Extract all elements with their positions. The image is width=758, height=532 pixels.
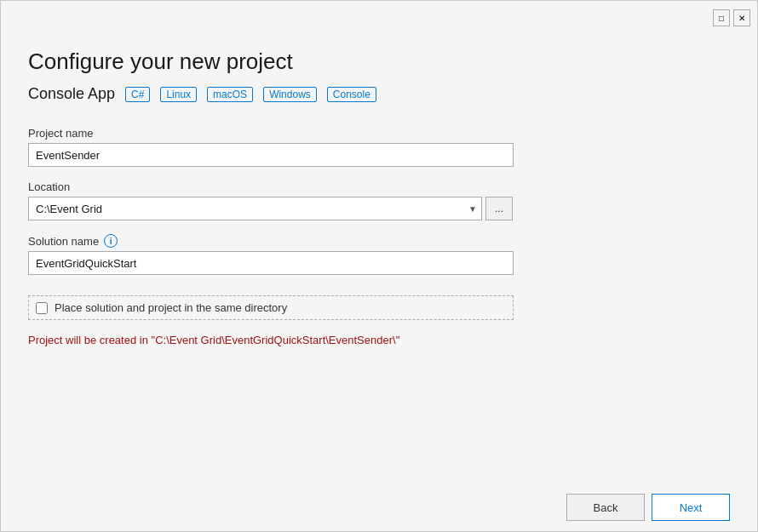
- footer: Back Next: [1, 483, 757, 531]
- solution-name-label: Solution name i: [28, 234, 730, 248]
- location-label: Location: [28, 180, 730, 193]
- location-dropdown-wrapper: C:\Event Grid ▼: [28, 197, 482, 220]
- same-directory-label[interactable]: Place solution and project in the same d…: [55, 301, 287, 314]
- project-name-label: Project name: [28, 127, 730, 140]
- project-name-input[interactable]: [28, 143, 514, 167]
- minimize-button[interactable]: □: [713, 9, 730, 26]
- app-subtitle: Console App: [28, 85, 115, 103]
- close-button[interactable]: ✕: [733, 9, 750, 26]
- tag-linux: Linux: [160, 87, 197, 102]
- solution-info-icon[interactable]: i: [104, 234, 118, 248]
- location-row: C:\Event Grid ▼ ...: [28, 197, 730, 220]
- page-title: Configure your new project: [28, 49, 730, 75]
- path-info-text: Project will be created in "C:\Event Gri…: [28, 334, 730, 346]
- solution-name-input[interactable]: [28, 251, 514, 275]
- back-button[interactable]: Back: [566, 494, 645, 521]
- solution-name-group: Solution name i: [28, 234, 730, 275]
- tag-csharp: C#: [125, 87, 150, 102]
- location-group: Location C:\Event Grid ▼ ...: [28, 180, 730, 220]
- title-bar: □ ✕: [1, 1, 757, 28]
- main-window: □ ✕ Configure your new project Console A…: [0, 0, 758, 532]
- same-directory-checkbox-row: Place solution and project in the same d…: [28, 295, 514, 320]
- next-button[interactable]: Next: [652, 494, 730, 521]
- subtitle-row: Console App C# Linux macOS Windows Conso…: [28, 85, 730, 103]
- tag-windows: Windows: [263, 87, 317, 102]
- tag-macos: macOS: [207, 87, 253, 102]
- content-area: Configure your new project Console App C…: [1, 28, 757, 483]
- tag-console: Console: [327, 87, 376, 102]
- location-dropdown[interactable]: C:\Event Grid: [28, 197, 482, 220]
- browse-button[interactable]: ...: [485, 197, 513, 220]
- project-name-group: Project name: [28, 127, 730, 167]
- same-directory-checkbox[interactable]: [36, 302, 48, 314]
